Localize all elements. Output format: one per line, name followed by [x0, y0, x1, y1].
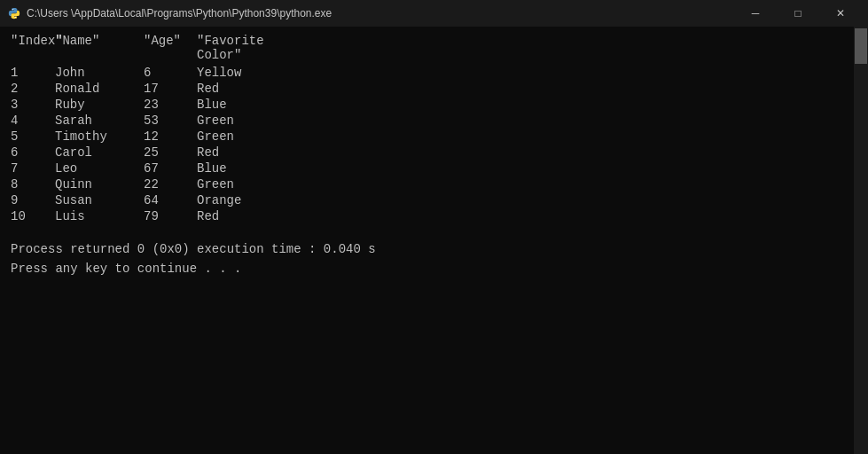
- table-row: 7 Leo 67 Blue: [11, 161, 857, 176]
- cell-name: Ronald: [55, 82, 144, 96]
- cell-index: 1: [11, 66, 55, 80]
- table-row: 6 Carol 25 Red: [11, 145, 857, 160]
- footer-line2: Press any key to continue . . .: [11, 259, 857, 278]
- cell-age: 12: [144, 129, 197, 144]
- cell-name: Luis: [55, 209, 144, 223]
- table-row: 5 Timothy 12 Green: [11, 129, 857, 144]
- table-row: 1 John 6 Yellow: [11, 66, 857, 80]
- footer: Process returned 0 (0x0) execution time …: [11, 239, 857, 279]
- header-age: "Age": [144, 34, 197, 62]
- cell-name: Quinn: [55, 177, 144, 192]
- table-row: 4 Sarah 53 Green: [11, 114, 857, 128]
- cell-index: 5: [11, 129, 55, 144]
- cell-name: Carol: [55, 145, 144, 160]
- cell-color: Red: [197, 209, 303, 223]
- scrollbar[interactable]: [854, 27, 868, 454]
- table-row: 3 Ruby 23 Blue: [11, 98, 857, 112]
- python-icon: [7, 6, 21, 20]
- cell-color: Blue: [197, 98, 303, 112]
- cell-index: 6: [11, 145, 55, 160]
- cell-age: 53: [144, 114, 197, 128]
- title-bar-left: C:\Users \AppData\Local\Programs\Python\…: [7, 6, 332, 20]
- svg-point-0: [12, 9, 13, 10]
- title-bar-controls: ─ □ ✕: [735, 0, 861, 27]
- cell-color: Yellow: [197, 66, 303, 80]
- cell-color: Orange: [197, 193, 303, 207]
- table-header: "Index" "Name" "Age" "Favorite Color": [11, 34, 857, 62]
- cell-color: Green: [197, 177, 303, 192]
- cell-name: Timothy: [55, 129, 144, 144]
- header-name: "Name": [55, 34, 144, 62]
- footer-line1: Process returned 0 (0x0) execution time …: [11, 239, 857, 259]
- cell-age: 25: [144, 145, 197, 160]
- cell-color: Green: [197, 129, 303, 144]
- cell-name: Ruby: [55, 98, 144, 112]
- cell-age: 22: [144, 177, 197, 192]
- main-window: C:\Users \AppData\Local\Programs\Python\…: [0, 0, 868, 454]
- cell-index: 10: [11, 209, 55, 223]
- header-color: "Favorite Color": [197, 34, 303, 62]
- cell-index: 2: [11, 82, 55, 96]
- cell-name: John: [55, 66, 144, 80]
- cell-name: Susan: [55, 193, 144, 207]
- scrollbar-thumb[interactable]: [855, 28, 867, 64]
- cell-index: 7: [11, 161, 55, 176]
- content-area: "Index" "Name" "Age" "Favorite Color" 1 …: [0, 27, 868, 454]
- table-row: 10 Luis 79 Red: [11, 209, 857, 223]
- cell-age: 6: [144, 66, 197, 80]
- minimize-button[interactable]: ─: [735, 0, 776, 27]
- cell-index: 8: [11, 177, 55, 192]
- title-bar: C:\Users \AppData\Local\Programs\Python\…: [0, 0, 868, 27]
- cell-age: 17: [144, 82, 197, 96]
- header-index: "Index": [11, 34, 55, 62]
- table-row: 2 Ronald 17 Red: [11, 82, 857, 96]
- cell-age: 67: [144, 161, 197, 176]
- cell-age: 23: [144, 98, 197, 112]
- cell-index: 4: [11, 114, 55, 128]
- cell-index: 9: [11, 193, 55, 207]
- cell-color: Red: [197, 82, 303, 96]
- cell-color: Blue: [197, 161, 303, 176]
- cell-index: 3: [11, 98, 55, 112]
- svg-point-1: [15, 17, 16, 18]
- table-row: 8 Quinn 22 Green: [11, 177, 857, 192]
- cell-name: Sarah: [55, 114, 144, 128]
- cell-color: Green: [197, 114, 303, 128]
- close-button[interactable]: ✕: [820, 0, 861, 27]
- cell-name: Leo: [55, 161, 144, 176]
- cell-color: Red: [197, 145, 303, 160]
- table-row: 9 Susan 64 Orange: [11, 193, 857, 207]
- cell-age: 79: [144, 209, 197, 223]
- cell-age: 64: [144, 193, 197, 207]
- table-body: 1 John 6 Yellow 2 Ronald 17 Red 3 Ruby 2…: [11, 66, 857, 225]
- maximize-button[interactable]: □: [778, 0, 818, 27]
- title-bar-title: C:\Users \AppData\Local\Programs\Python\…: [27, 7, 332, 20]
